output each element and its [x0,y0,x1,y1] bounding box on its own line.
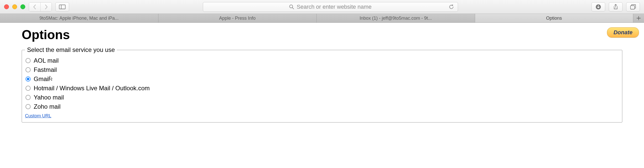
share-button[interactable] [609,2,623,12]
radio-input[interactable] [26,86,31,91]
reload-button[interactable] [449,4,454,10]
url-placeholder: Search or enter website name [297,4,372,10]
tab-inbox[interactable]: Inbox (1) - jeff@9to5mac.com - 9t... [317,14,475,23]
tab-apple-press[interactable]: Apple - Press Info [158,14,317,23]
email-service-fieldset: Select the email service you use AOL mai… [22,46,622,122]
close-window-button[interactable] [4,4,9,9]
reload-icon [449,4,454,10]
fullscreen-window-button[interactable] [20,4,25,9]
downloads-button[interactable] [591,2,605,12]
sidebar-icon [59,5,66,9]
back-button[interactable] [29,3,40,11]
nav-button-group [29,2,52,12]
tabs-icon [630,4,636,10]
radio-label: AOL mail [34,57,59,64]
svg-rect-0 [59,5,65,9]
radio-label: Zoho mail [34,103,60,110]
radio-gmail[interactable]: Gmail [25,74,619,84]
plus-icon [637,16,641,20]
radio-input[interactable] [26,95,31,100]
forward-button[interactable] [40,3,52,11]
window-controls [4,4,25,9]
radio-label: Yahoo mail [34,94,64,101]
custom-url-link[interactable]: Custom URL [25,113,51,119]
radio-yahoo[interactable]: Yahoo mail [25,93,619,102]
new-tab-button[interactable] [633,14,644,23]
tab-9to5mac[interactable]: 9to5Mac: Apple iPhone, Mac and iPa... [0,14,158,23]
radio-zoho[interactable]: Zoho mail [25,102,619,111]
radio-input[interactable] [26,104,31,109]
download-icon [596,4,601,10]
radio-label: Hotmail / Windows Live Mail / Outlook.co… [34,85,150,92]
sidebar-toggle-button[interactable] [55,2,69,12]
page-content: Donate Options Select the email service … [0,23,644,128]
tabs-button[interactable] [626,2,640,12]
share-icon [613,4,618,10]
radio-input[interactable] [26,58,31,63]
toolbar-right-group [591,2,640,12]
svg-line-3 [292,8,294,9]
radio-hotmail[interactable]: Hotmail / Windows Live Mail / Outlook.co… [25,84,619,93]
browser-toolbar: Search or enter website name [0,0,644,14]
tab-bar: 9to5Mac: Apple iPhone, Mac and iPa... Ap… [0,14,644,23]
radio-label: Fastmail [34,66,57,73]
svg-point-2 [290,5,293,8]
donate-button[interactable]: Donate [607,27,639,38]
radio-aol[interactable]: AOL mail [25,56,619,65]
fieldset-legend: Select the email service you use [25,46,117,53]
tab-options[interactable]: Options [475,14,634,23]
radio-input[interactable] [26,76,31,82]
page-title: Options [22,27,622,42]
radio-fastmail[interactable]: Fastmail [25,65,619,74]
url-bar[interactable]: Search or enter website name [203,2,458,12]
radio-label: Gmail [34,75,50,83]
chevron-right-icon [44,4,48,9]
radio-input[interactable] [26,67,31,72]
chevron-left-icon [33,4,36,9]
search-icon [289,4,294,9]
minimize-window-button[interactable] [12,4,17,9]
svg-rect-5 [630,6,635,9]
